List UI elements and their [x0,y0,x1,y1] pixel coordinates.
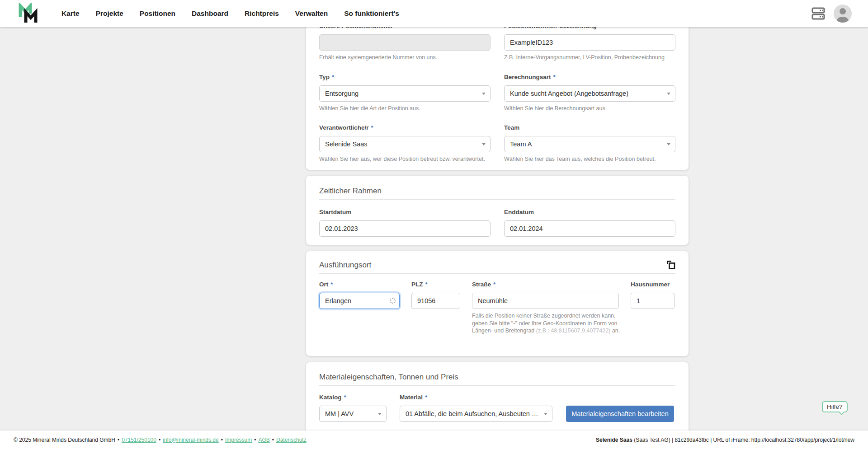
team-label: Team [504,124,675,131]
server-rack-icon[interactable] [810,6,826,21]
enddatum-label: Enddatum [504,209,675,216]
main-navigation: Karte Projekte Positionen Dashboard Rich… [61,9,399,18]
plz-input[interactable] [411,293,460,309]
required-marker: * [332,74,334,81]
strasse-input[interactable] [472,293,619,309]
phone-link[interactable]: 07151/250100 [122,437,156,443]
verantwortliche-hint: Wählen Sie hier aus, wer diese Position … [319,155,491,163]
required-marker: * [553,74,556,81]
datenschutz-link[interactable]: Datenschutz [276,437,307,443]
required-marker: * [493,281,495,288]
pos-number-hint: Z.B. Interne-Vorgangsnummer, LV-Position… [504,54,675,61]
berechnungsart-hint: Wählen Sie hier die Berechnungsart aus. [504,105,675,112]
material-title: Materialeigenschaften, Tonnen und Preis [319,373,675,381]
required-marker: * [330,281,333,288]
nav-item-verwalten[interactable]: Verwalten [295,9,328,18]
hausnummer-label: Hausnummer [631,281,675,288]
copyright-text: © 2025 Mineral Minds Deutschland GmbH [14,437,115,443]
chevron-down-icon [667,143,670,145]
verantwortliche-select[interactable]: Selenide Saas [319,136,491,152]
required-marker: * [371,124,373,131]
section-divider [319,199,675,200]
strasse-label: Straße* [472,281,619,288]
team-hint: Wählen Sie hier das Team aus, welches di… [504,155,675,163]
team-select[interactable]: Team A [504,136,675,152]
typ-label: Typ* [319,74,491,81]
session-user: Selenide Saas [596,437,632,443]
separator: • [254,437,256,443]
startdatum-label: Startdatum [319,209,491,216]
hausnummer-input[interactable] [631,293,675,309]
material-select[interactable]: 01 Abfälle, die beim Aufsuchen, Ausbeute… [400,406,552,422]
our-number-input [319,34,491,51]
speech-bubble-tail [839,409,844,415]
agb-link[interactable]: AGB [258,437,269,443]
pos-number-input[interactable] [504,34,675,51]
berechnungsart-label: Berechnungsart* [504,74,675,81]
chevron-down-icon [544,413,547,415]
material-label: Material* [400,394,552,401]
loading-spinner-icon [390,298,396,304]
zeitlicher-rahmen-title: Zeitlicher Rahmen [319,187,675,195]
typ-select[interactable]: Entsorgung [319,85,491,102]
section-divider [319,273,675,274]
enddatum-input[interactable] [504,220,675,237]
ort-input[interactable] [319,293,400,309]
nav-item-richtpreis[interactable]: Richtpreis [245,9,279,18]
typ-hint: Wählen Sie hier die Art der Position aus… [319,105,491,112]
nav-item-karte[interactable]: Karte [61,9,80,18]
our-number-hint: Erhält eine systemgenerierte Nummer von … [319,54,491,61]
edit-material-properties-button[interactable]: Materialeigenschaften bearbeiten [566,406,674,422]
separator: • [221,437,223,443]
help-button[interactable]: Hilfe? [822,401,848,412]
copy-icon[interactable] [665,259,677,271]
footer: © 2025 Mineral Minds Deutschland GmbH • … [0,430,868,449]
separator: • [118,437,119,443]
required-marker: * [425,394,427,401]
required-marker: * [425,281,428,288]
chevron-down-icon [482,143,486,145]
top-navbar: Karte Projekte Positionen Dashboard Rich… [0,0,868,27]
help-label: Hilfe? [827,403,843,410]
plz-label: PLZ* [411,281,460,288]
ausfuehrungsort-card: Ausführungsort Ort* PLZ* Straße* [306,251,689,356]
required-marker: * [344,394,346,401]
mineral-minds-logo[interactable] [17,3,39,24]
separator: • [159,437,160,443]
chevron-down-icon [378,413,382,415]
separator: • [272,437,274,443]
chevron-down-icon [667,93,670,95]
nav-item-projekte[interactable]: Projekte [96,9,123,18]
berechnungsart-select[interactable]: Kunde sucht Angebot (Angebotsanfrage) [504,85,675,102]
nav-item-dashboard[interactable]: Dashboard [192,9,228,18]
session-info: Selenide Saas (Saas Test AG) | 81c29da43… [596,437,854,443]
strasse-hint: Falls die Position keiner Straße zugeord… [472,312,623,335]
verantwortliche-label: Verantwortliche/r* [319,124,491,131]
ort-label: Ort* [319,281,400,288]
nav-item-positionen[interactable]: Positionen [140,9,175,18]
zeitlicher-rahmen-card: Zeitlicher Rahmen Startdatum Enddatum [306,176,689,245]
katalog-select[interactable]: MM | AVV [319,406,387,422]
impressum-link[interactable]: Impressum [225,437,252,443]
email-link[interactable]: info@mineral-minds.de [163,437,219,443]
chevron-down-icon [482,93,486,95]
katalog-label: Katalog* [319,394,387,401]
user-avatar-icon[interactable] [834,5,852,23]
startdatum-input[interactable] [319,220,491,237]
ausfuehrungsort-title: Ausführungsort [319,261,675,269]
nav-item-so-funktionierts[interactable]: So funktioniert's [344,9,399,18]
section-divider [319,385,675,386]
